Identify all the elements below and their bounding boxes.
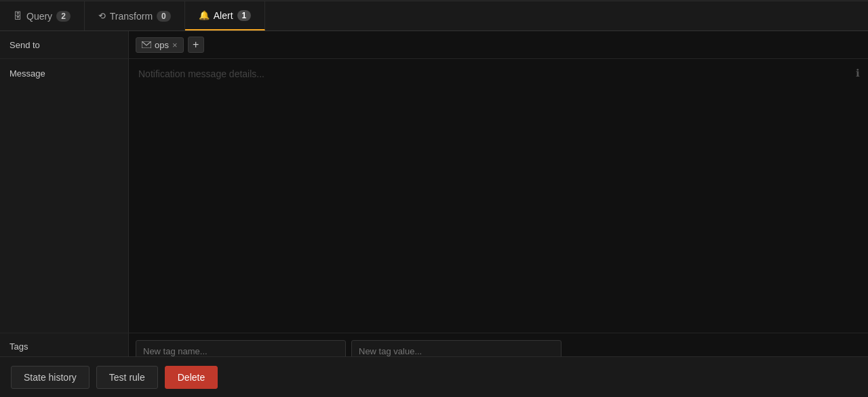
tab-query[interactable]: 🗄 Query 2 xyxy=(0,1,85,30)
alert-icon: 🔔 xyxy=(199,10,210,20)
tab-transform[interactable]: ⟲ Transform 0 xyxy=(85,1,185,30)
message-input[interactable] xyxy=(129,59,868,333)
test-rule-button[interactable]: Test rule xyxy=(96,366,158,389)
tab-alert[interactable]: 🔔 Alert 1 xyxy=(185,1,265,30)
message-label: Message xyxy=(0,59,129,333)
delete-button[interactable]: Delete xyxy=(165,366,218,389)
ops-contact-chip[interactable]: ops × xyxy=(136,37,184,53)
database-icon: 🗄 xyxy=(14,11,22,21)
message-content: ℹ xyxy=(129,59,868,333)
tab-query-badge: 2 xyxy=(56,11,71,22)
main-content: Send to ops × + Message ℹ Tags xyxy=(0,31,868,397)
state-history-button[interactable]: State history xyxy=(11,366,90,389)
send-to-section: Send to ops × + xyxy=(0,31,868,59)
remove-contact-button[interactable]: × xyxy=(172,41,178,49)
tab-transform-label: Transform xyxy=(110,11,153,22)
delete-label: Delete xyxy=(178,372,205,383)
tab-bar: 🗄 Query 2 ⟲ Transform 0 🔔 Alert 1 xyxy=(0,1,868,31)
contact-name: ops xyxy=(155,40,169,50)
tab-query-label: Query xyxy=(26,11,52,22)
state-history-label: State history xyxy=(24,372,77,383)
tab-alert-label: Alert xyxy=(214,10,233,21)
send-to-label: Send to xyxy=(0,31,129,58)
add-contact-button[interactable]: + xyxy=(188,37,204,53)
tab-alert-badge: 1 xyxy=(237,10,252,21)
mail-icon xyxy=(142,41,151,48)
message-section: Message ℹ xyxy=(0,59,868,333)
tab-transform-badge: 0 xyxy=(157,11,171,22)
bottom-bar: State history Test rule Delete xyxy=(0,356,868,397)
info-icon[interactable]: ℹ xyxy=(856,67,860,79)
send-to-content: ops × + xyxy=(129,31,868,58)
plus-icon: + xyxy=(193,39,199,50)
transform-icon: ⟲ xyxy=(98,11,106,21)
test-rule-label: Test rule xyxy=(109,372,145,383)
